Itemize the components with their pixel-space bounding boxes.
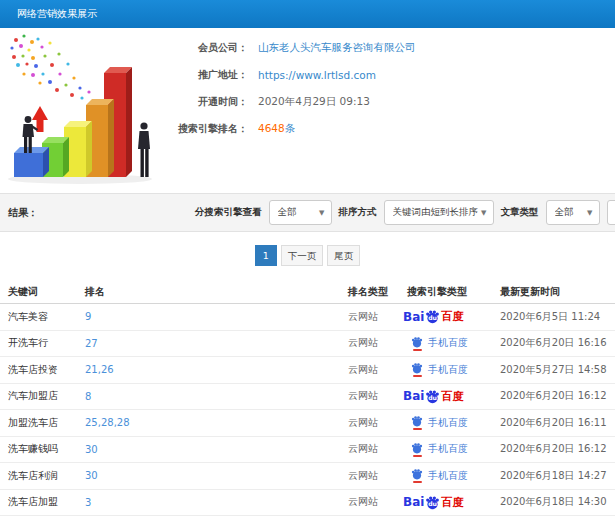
table-row: 汽车加盟店 8 云网站 Bai du 百度 2020年6月20日 16:12: [0, 384, 615, 411]
results-table: 关键词 排名 排名类型 搜索引擎类型 最新更新时间 汽车美容 9 云网站 Bai…: [0, 280, 615, 516]
rank-type-cell: 云网站: [340, 336, 399, 350]
table-row: 加盟洗车店 25,28,28 云网站 手机百度 2020年6月20日 16:11: [0, 410, 615, 437]
baidu-logo: Bai du 百度: [403, 309, 463, 324]
engine-filter-label: 分搜索引擎查看: [195, 206, 262, 219]
ranking-count-label: 搜索引擎排名：: [170, 122, 248, 136]
rank-link[interactable]: 21,26: [85, 364, 114, 375]
baidu-paw-icon: du: [425, 495, 440, 510]
keyword-cell: 加盟洗车店: [0, 416, 77, 430]
baidu-mobile-logo: 手机百度: [411, 415, 468, 430]
keyword-cell: 开洗车行: [0, 336, 77, 350]
submit-button[interactable]: 提交: [607, 200, 615, 225]
result-section-label: 结果：: [8, 194, 38, 231]
engine-cell: 手机百度: [399, 415, 492, 430]
updated-cell: 2020年6月20日 16:12: [492, 442, 615, 456]
page-last[interactable]: 尾页: [327, 245, 360, 266]
col-rank: 排名: [77, 285, 340, 299]
baidu-mobile-paw-icon: [411, 336, 423, 351]
baidu-mobile-logo: 手机百度: [411, 362, 468, 377]
svg-text:du: du: [428, 500, 437, 507]
page-header: 网络营销效果展示: [0, 0, 615, 28]
updated-cell: 2020年6月20日 16:12: [492, 389, 615, 403]
type-filter-label: 文章类型: [501, 206, 539, 219]
engine-cell: Bai du 百度: [399, 495, 492, 510]
rank-link[interactable]: 8: [85, 391, 91, 402]
promo-url-link[interactable]: https://www.lrtlsd.com: [258, 69, 376, 81]
filter-controls: 分搜索引擎查看 全部 ▼ 排序方式 关键词由短到长排序 ▼ 文章类型 全部 ▼ …: [195, 194, 615, 231]
rank-type-cell: 云网站: [340, 469, 399, 483]
baidu-mobile-paw-icon: [411, 362, 423, 377]
ranking-count-unit[interactable]: 条: [285, 122, 296, 134]
baidu-mobile-paw-icon: [411, 415, 423, 430]
engine-cell: 手机百度: [399, 442, 492, 457]
baidu-logo: Bai du 百度: [403, 495, 463, 510]
updated-cell: 2020年5月27日 14:58: [492, 363, 615, 377]
bar-chart-illustration: [2, 30, 170, 188]
table-row: 开洗车行 27 云网站 手机百度 2020年6月20日 16:16: [0, 331, 615, 358]
chevron-down-icon: ▼: [481, 209, 486, 217]
chevron-down-icon: ▼: [319, 209, 324, 217]
table-header-row: 关键词 排名 排名类型 搜索引擎类型 最新更新时间: [0, 280, 615, 304]
rank-link[interactable]: 3: [85, 497, 91, 508]
baidu-paw-icon: du: [425, 309, 440, 324]
ranking-count-row: 搜索引擎排名： 4648条: [170, 115, 610, 142]
keyword-cell: 汽车美容: [0, 310, 77, 324]
keyword-cell: 洗车店投资: [0, 363, 77, 377]
updated-cell: 2020年6月18日 14:27: [492, 469, 615, 483]
col-engine-type: 搜索引擎类型: [399, 285, 492, 299]
rank-type-cell: 云网站: [340, 442, 399, 456]
page-current[interactable]: 1: [255, 245, 277, 266]
open-time-row: 开通时间： 2020年4月29日 09:13: [170, 88, 610, 115]
updated-cell: 2020年6月20日 16:16: [492, 336, 615, 350]
engine-cell: Bai du 百度: [399, 309, 492, 324]
engine-cell: Bai du 百度: [399, 389, 492, 404]
ranking-count-value: 4648: [258, 122, 285, 134]
table-row: 洗车店利润 30 云网站 手机百度 2020年6月18日 14:27: [0, 463, 615, 490]
promo-url-row: 推广地址： https://www.lrtlsd.com: [170, 61, 610, 88]
keyword-cell: 洗车赚钱吗: [0, 442, 77, 456]
engine-filter-select[interactable]: 全部 ▼: [269, 200, 332, 225]
rank-link[interactable]: 25,28,28: [85, 417, 130, 428]
rank-type-cell: 云网站: [340, 389, 399, 403]
open-time-value: 2020年4月29日 09:13: [258, 95, 370, 109]
engine-cell: 手机百度: [399, 336, 492, 351]
page-next[interactable]: 下一页: [281, 245, 324, 266]
businessman-right: [138, 122, 150, 177]
pagination: 1 下一页 尾页: [0, 245, 615, 266]
keyword-cell: 洗车店利润: [0, 469, 77, 483]
rank-link[interactable]: 9: [85, 311, 91, 322]
confetti-dots: [10, 34, 90, 99]
svg-text:du: du: [428, 315, 437, 322]
rank-type-cell: 云网站: [340, 495, 399, 509]
col-updated: 最新更新时间: [492, 285, 615, 299]
rank-link[interactable]: 30: [85, 444, 98, 455]
rank-type-cell: 云网站: [340, 363, 399, 377]
rank-type-cell: 云网站: [340, 416, 399, 430]
page-title: 网络营销效果展示: [17, 8, 97, 19]
member-company-row: 会员公司： 山东老人头汽车服务咨询有限公司: [170, 34, 610, 61]
member-company-link[interactable]: 山东老人头汽车服务咨询有限公司: [258, 41, 416, 53]
table-row: 汽车美容 9 云网站 Bai du 百度 2020年6月5日 11:24: [0, 304, 615, 331]
baidu-mobile-paw-icon: [411, 468, 423, 483]
engine-cell: 手机百度: [399, 362, 492, 377]
marketing-chart-image: [2, 30, 170, 188]
table-row: 洗车店投资 21,26 云网站 手机百度 2020年5月27日 14:58: [0, 357, 615, 384]
baidu-mobile-paw-icon: [411, 442, 423, 457]
member-info: 会员公司： 山东老人头汽车服务咨询有限公司 推广地址： https://www.…: [170, 34, 610, 142]
sort-filter-label: 排序方式: [339, 206, 377, 219]
member-company-label: 会员公司：: [170, 41, 248, 55]
baidu-paw-icon: du: [425, 389, 440, 404]
sort-filter-select[interactable]: 关键词由短到长排序 ▼: [384, 200, 494, 225]
table-row: 洗车店加盟 3 云网站 Bai du 百度 2020年6月18日 14:30: [0, 490, 615, 517]
rank-type-cell: 云网站: [340, 310, 399, 324]
col-keyword: 关键词: [0, 285, 77, 299]
filter-bar: 结果： 分搜索引擎查看 全部 ▼ 排序方式 关键词由短到长排序 ▼ 文章类型 全…: [0, 193, 615, 232]
rank-link[interactable]: 27: [85, 338, 98, 349]
promo-url-label: 推广地址：: [170, 68, 248, 82]
open-time-label: 开通时间：: [170, 95, 248, 109]
type-filter-select[interactable]: 全部 ▼: [546, 200, 600, 225]
rank-link[interactable]: 30: [85, 470, 98, 481]
baidu-mobile-logo: 手机百度: [411, 442, 468, 457]
updated-cell: 2020年6月20日 16:11: [492, 416, 615, 430]
col-rank-type: 排名类型: [340, 285, 399, 299]
